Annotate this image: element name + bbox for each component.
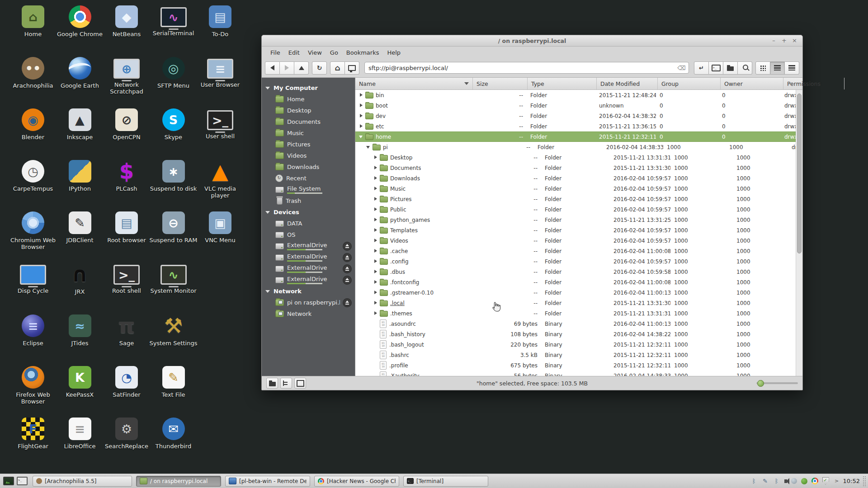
expander-collapsed-icon[interactable] [359,93,364,98]
desktop-icon-suspend-to-ram[interactable]: ⊖Suspend to RAM [150,211,198,244]
expander-collapsed-icon[interactable] [373,269,378,274]
file-row-dot-bash_history[interactable]: 0110.bash_history108 bytesBinary2016-02-… [355,329,802,339]
desktop-icon-vlc-media-player[interactable]: ▲VLC media player [196,160,244,199]
window-titlebar[interactable]: / on raspberrypi.local –+× [262,35,802,47]
expander-collapsed-icon[interactable] [373,238,378,243]
desktop-icon-system-monitor[interactable]: ∿System Monitor [150,263,198,294]
file-row-python_games[interactable]: python_games--Folder2015-11-21 13:31:251… [355,215,802,225]
address-input[interactable] [368,64,676,72]
desktop-icon-root-browser[interactable]: ▤Root browser [103,211,151,244]
desktop-icon-opencpn[interactable]: ⊘OpenCPN [103,108,151,141]
expander-collapsed-icon[interactable] [373,207,378,212]
file-row-bin[interactable]: bin--Folder2015-11-21 12:48:2400drwxr-xr… [355,90,802,100]
desktop-icon-sage[interactable]: πSage [103,314,151,347]
column-header-date-modified[interactable]: Date Modified [597,78,658,89]
sidebar-item-file-system[interactable]: File System [262,184,355,195]
address-bar[interactable]: ⌫ [364,62,689,74]
sidebar-item-pictures[interactable]: Pictures [262,139,355,150]
desktop-icon-firefox-web-browser[interactable]: Firefox Web Browser [9,366,57,405]
file-row-home[interactable]: home--Folder2015-11-21 12:32:1100drwxr-x… [355,131,802,142]
file-row-Templates[interactable]: Templates--Folder2016-02-04 10:59:571000… [355,225,802,235]
file-row-Downloads[interactable]: Downloads--Folder2016-02-04 10:59:571000… [355,173,802,183]
up-button[interactable] [294,61,309,75]
desktop-icon-sftp-menu[interactable]: ◎SFTP Menu [150,57,198,89]
column-header-name[interactable]: Name [355,78,473,89]
desktop-icon-serialterminal[interactable]: ∿SerialTerminal [150,5,198,37]
desktop-icon-searchreplace[interactable]: ⚙SearchReplace [103,418,151,450]
desktop-icon-netbeans[interactable]: ◆NetBeans [103,5,151,38]
dir-tree-button[interactable] [280,378,292,389]
file-row-dot-themes[interactable]: .themes--Folder2015-11-21 13:31:31100010… [355,308,802,319]
file-row-Music[interactable]: Music--Folder2016-02-04 10:59:5710001000… [355,183,802,194]
desktop-icon-text-file[interactable]: ✎Text File [150,366,198,398]
desktop-icon-ipython[interactable]: IPython [56,160,104,192]
jump-to-button[interactable]: ↵ [694,61,709,75]
sidebar-item-downloads[interactable]: Downloads [262,161,355,173]
file-row-Videos[interactable]: Videos--Folder2016-02-04 10:59:571000100… [355,235,802,246]
sidebar-item-documents[interactable]: Documents [262,116,355,127]
stylus-icon[interactable]: ✎ [762,478,769,485]
file-row-dot-local[interactable]: .local--Folder2015-11-21 13:31:301000100… [355,298,802,308]
sidebar-item-recent[interactable]: ↻Recent [262,173,355,184]
expander-collapsed-icon[interactable] [373,290,378,295]
taskbar-window-chrome[interactable]: [Hacker News - Google Chro... [314,476,399,487]
expander-collapsed-icon[interactable] [373,280,378,285]
panel-grip[interactable] [863,476,866,487]
close-button[interactable]: × [791,37,798,45]
eject-button[interactable] [343,299,351,307]
file-row-dot-config[interactable]: .config--Folder2016-02-04 10:59:57100010… [355,256,802,267]
chrome-tray-icon[interactable] [811,478,818,484]
file-row-etc[interactable]: etc--Folder2015-11-21 13:36:1500drwxr-xr… [355,121,802,131]
expander-collapsed-icon[interactable] [359,103,364,108]
desktop-icon-skype[interactable]: SSkype [150,108,198,141]
desktop-icon-disp-cycle[interactable]: Disp Cycle [9,263,57,294]
file-row-dot-bashrc[interactable]: 0110.bashrc3.5 kBBinary2015-11-21 12:32:… [355,350,802,360]
desktop-icon-user-shell[interactable]: >_User shell [196,108,244,140]
new-folder-button[interactable] [723,61,738,75]
expander-collapsed-icon[interactable] [373,165,378,170]
sidebar-item-desktop[interactable]: Desktop [262,105,355,116]
sidebar-item-videos[interactable]: Videos [262,150,355,161]
expander-collapsed-icon[interactable] [373,186,378,191]
file-row-dot-bash_logout[interactable]: 0110.bash_logout220 bytesBinary2015-11-2… [355,339,802,350]
reload-button[interactable]: ↻ [312,61,327,75]
menu-bookmarks[interactable]: Bookmarks [342,48,383,57]
show-desktop-launcher[interactable] [3,476,14,487]
eject-button[interactable] [343,276,351,284]
sidebar-item-trash[interactable]: Trash [262,195,355,206]
column-header-group[interactable]: Group [658,78,721,89]
side-pane-button[interactable] [266,378,278,389]
desktop-icon-google-earth[interactable]: Google Earth [56,57,104,89]
open-terminal-button[interactable]: >_ [709,61,723,75]
clear-address-icon[interactable]: ⌫ [676,65,686,71]
column-header-permissions[interactable]: Permissions [783,78,844,89]
sidebar-item-data[interactable]: DATA [262,218,355,229]
desktop-icon-flightgear[interactable]: FFlightGear [9,418,57,450]
column-header-owner[interactable]: Owner [721,78,783,89]
desktop-icon-eclipse[interactable]: ≡Eclipse [9,314,57,347]
file-row-dot-asoundrc[interactable]: 0110.asoundrc69 bytesBinary2016-02-04 11… [355,319,802,329]
forward-button[interactable] [280,61,294,75]
home-button[interactable]: ⌂ [330,61,345,75]
back-button[interactable] [265,61,280,75]
sidebar-section-devices[interactable]: Devices [262,206,355,218]
expander-collapsed-icon[interactable] [373,259,378,264]
eject-button[interactable] [343,253,351,262]
taskbar-window-remote[interactable]: [pl-beta-win - Remote Deskt... [225,476,310,487]
zoom-slider-track[interactable] [756,382,798,384]
icon-view-button[interactable] [755,61,770,75]
expander-expanded-icon[interactable] [366,145,371,150]
desktop-icon-vnc-menu[interactable]: ▣VNC Menu [196,211,244,244]
expander-collapsed-icon[interactable] [373,197,378,202]
show-panel-button[interactable] [294,378,306,389]
file-row-Desktop[interactable]: Desktop--Folder2015-11-21 13:31:31100010… [355,152,802,163]
file-row-dev[interactable]: dev--Folder2016-02-04 14:38:3200drwxr-xr… [355,111,802,121]
sidebar-item-network[interactable]: Network [262,308,355,319]
file-row-dot-cache[interactable]: .cache--Folder2016-02-04 11:00:081000100… [355,246,802,256]
file-row-Pictures[interactable]: Pictures--Folder2016-02-04 10:59:5710001… [355,194,802,204]
desktop-icon-satfinder[interactable]: ◔SatFinder [103,366,151,398]
sidebar-item-externaldrive[interactable]: ExternalDrive [262,274,355,286]
desktop-icon-to-do[interactable]: ▤To-Do [196,5,244,38]
sidebar-item-externaldrive[interactable]: ExternalDrive [262,252,355,263]
file-row-dot-Xauthority[interactable]: 0110.Xauthority56 bytesBinary2016-02-04 … [355,371,802,376]
